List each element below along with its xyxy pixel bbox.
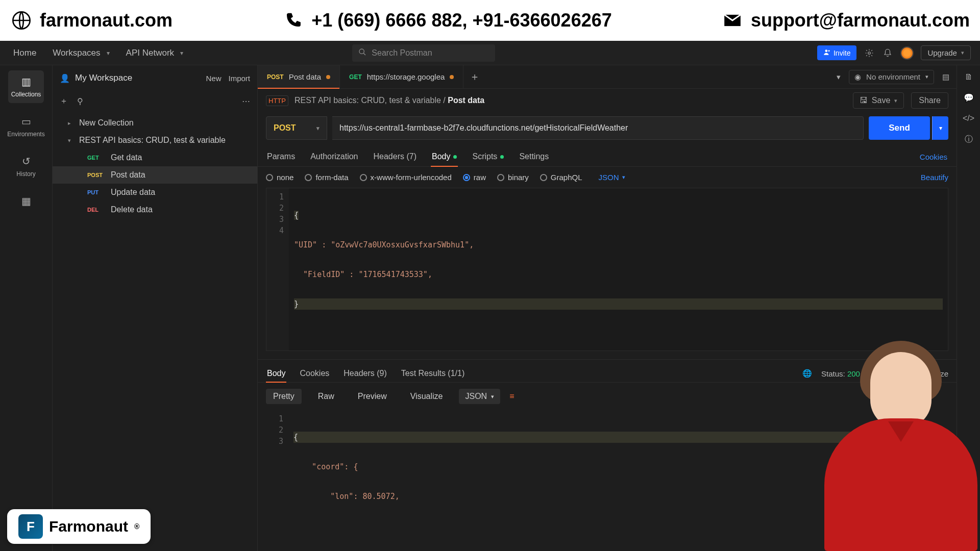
response-tools: Pretty Raw Preview Visualize JSON ▾ ≡ — [258, 383, 957, 410]
body-form-data-label: form-data — [315, 173, 348, 182]
add-icon[interactable]: ＋ — [60, 96, 68, 107]
send-button[interactable]: Send — [869, 116, 930, 140]
new-tab-button[interactable]: ＋ — [463, 65, 486, 88]
size-label: Size — [934, 369, 948, 378]
dirty-indicator-icon — [450, 75, 454, 79]
more-icon: ▦ — [21, 195, 31, 207]
brand-site-text: farmonaut.com — [40, 10, 173, 31]
resp-tab-cookies[interactable]: Cookies — [299, 365, 330, 382]
tab-params[interactable]: Params — [266, 147, 296, 166]
method-select[interactable]: POST ▾ — [266, 116, 327, 140]
environment-selector[interactable]: ◉ No environment ▾ — [849, 70, 934, 84]
tab-settings[interactable]: Settings — [518, 147, 550, 166]
layout-icon[interactable]: ▤ — [942, 72, 949, 82]
rail-history-label: History — [16, 170, 35, 178]
brand-email-text: support@farmonaut.com — [751, 10, 970, 31]
save-label: Save — [872, 96, 890, 105]
invite-button[interactable]: Invite — [817, 45, 856, 60]
response-tabs: Body Cookies Headers (9) Test Results (1… — [258, 360, 957, 383]
response-body-editor[interactable]: 123 { "coord": { "lon": 80.5072, — [266, 410, 948, 523]
rail-collections[interactable]: ▥ Collections — [8, 70, 44, 103]
rail-environments[interactable]: ▭ Environments — [8, 110, 44, 143]
brand-banner: farmonaut.com +1 (669) 6666 882, +91-636… — [0, 0, 980, 41]
nav-workspaces[interactable]: Workspaces — [48, 45, 113, 61]
rail-history[interactable]: ↺ History — [8, 150, 44, 183]
resp-tab-headers[interactable]: Headers (9) — [342, 365, 387, 382]
body-format-select[interactable]: JSON ▾ — [599, 173, 625, 182]
import-button[interactable]: Import — [228, 74, 250, 83]
nav-api-network[interactable]: API Network — [122, 45, 187, 61]
tab-headers[interactable]: Headers (7) — [373, 147, 418, 166]
share-button[interactable]: Share — [911, 92, 948, 109]
global-search[interactable]: Search Postman — [352, 44, 495, 62]
method-badge: DEL — [87, 207, 106, 213]
code-line: "coord": { — [293, 462, 358, 471]
comments-icon[interactable]: 💬 — [964, 93, 974, 103]
editor-tab[interactable]: POST Post data — [258, 65, 340, 88]
wrap-icon[interactable]: ≡ — [509, 392, 514, 401]
url-input[interactable]: https://us-central1-farmbase-b2f7e.cloud… — [332, 116, 864, 140]
collection-row[interactable]: ▸ New Collection — [53, 114, 257, 132]
resp-view-raw[interactable]: Raw — [311, 389, 341, 404]
url-row: POST ▾ https://us-central1-farmbase-b2f7… — [258, 112, 957, 147]
more-options-icon[interactable]: ⋯ — [242, 96, 250, 106]
nav-home[interactable]: Home — [9, 45, 40, 61]
body-x-www[interactable]: x-www-form-urlencoded — [360, 173, 452, 182]
user-avatar[interactable] — [900, 46, 914, 60]
body-form-data[interactable]: form-data — [305, 173, 348, 182]
request-name: Post data — [111, 170, 145, 180]
invite-icon — [823, 48, 830, 57]
rail-more[interactable]: ▦ — [8, 190, 44, 212]
time-label: Time: — [883, 369, 901, 378]
chevron-down-icon: ▾ — [622, 174, 625, 181]
request-row[interactable]: PUT Update data — [53, 184, 257, 201]
request-row[interactable]: DEL Delete data — [53, 201, 257, 218]
body-none[interactable]: none — [266, 173, 293, 182]
request-row[interactable]: GET Get data — [53, 149, 257, 166]
editor-tab[interactable]: GET https://storage.googlea — [340, 65, 463, 88]
brand-phone: +1 (669) 6666 882, +91-6366026267 — [282, 9, 612, 32]
body-binary-label: binary — [508, 173, 529, 182]
network-icon[interactable]: 🌐 — [802, 369, 812, 378]
code-area[interactable]: { "UID" : "oZvwVc7a0UXosxuGvsfxarSWbhu1"… — [289, 188, 948, 350]
resp-tab-body[interactable]: Body — [266, 365, 286, 382]
body-graphql[interactable]: GraphQL — [540, 173, 582, 182]
resp-tab-tests[interactable]: Test Results (1/1) — [400, 365, 465, 382]
body-raw[interactable]: raw — [463, 173, 486, 182]
upgrade-button[interactable]: Upgrade ▾ — [921, 45, 971, 60]
request-tabs: Params Authorization Headers (7) Body Sc… — [258, 147, 957, 167]
collection-row[interactable]: ▾ REST API basics: CRUD, test & variable — [53, 132, 257, 149]
tab-body[interactable]: Body — [431, 147, 458, 166]
logo-badge: F Farmonaut® — [7, 509, 151, 544]
body-binary[interactable]: binary — [497, 173, 529, 182]
resp-view-pretty[interactable]: Pretty — [266, 389, 302, 404]
notifications-icon[interactable] — [882, 47, 893, 59]
save-button[interactable]: 🖫 Save ▾ — [853, 92, 904, 109]
line-gutter: 1234 — [266, 188, 289, 350]
code-line: "lon": 80.5072, — [293, 492, 400, 501]
docs-icon[interactable]: 🗎 — [965, 72, 973, 82]
info-icon[interactable]: ⓘ — [965, 134, 973, 145]
new-button[interactable]: New — [206, 74, 221, 83]
tab-scripts[interactable]: Scripts — [471, 147, 505, 166]
resp-format-select[interactable]: JSON ▾ — [459, 389, 500, 404]
request-row[interactable]: POST Post data — [53, 166, 257, 184]
resp-view-preview[interactable]: Preview — [351, 389, 394, 404]
code-area: { "coord": { "lon": 80.5072, — [288, 410, 948, 523]
request-body-editor[interactable]: 1234 { "UID" : "oZvwVc7a0UXosxuGvsfxarSW… — [266, 188, 948, 351]
beautify-button[interactable]: Beautify — [921, 173, 948, 182]
cookies-link[interactable]: Cookies — [919, 147, 948, 166]
tab-label: Post data — [289, 72, 321, 81]
active-dot-icon — [500, 155, 504, 159]
method-badge: GET — [87, 155, 106, 161]
tab-authorization[interactable]: Authorization — [309, 147, 359, 166]
code-icon[interactable]: </> — [963, 114, 974, 123]
settings-icon[interactable] — [864, 47, 875, 59]
filter-icon[interactable]: ⚲ — [77, 96, 83, 106]
resp-view-visualize[interactable]: Visualize — [403, 389, 450, 404]
body-none-label: none — [277, 173, 293, 182]
breadcrumb-path[interactable]: REST API basics: CRUD, test & variable /… — [295, 96, 484, 105]
tabs-chevron-icon[interactable]: ▾ — [837, 72, 841, 82]
save-icon: 🖫 — [860, 96, 868, 105]
send-options-button[interactable]: ▾ — [932, 116, 948, 140]
